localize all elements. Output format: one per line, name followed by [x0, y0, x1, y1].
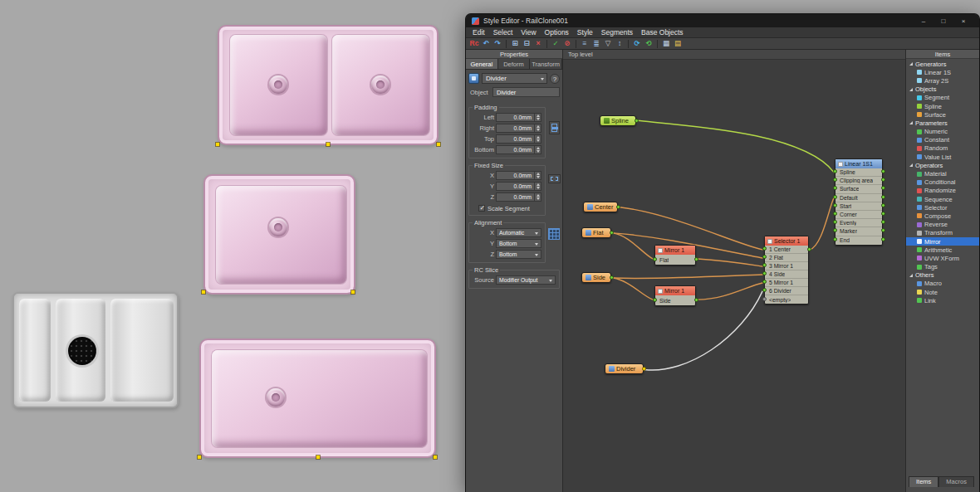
input-port-dot[interactable]: [762, 255, 767, 259]
maximize-button[interactable]: □: [933, 17, 953, 25]
value-spinner[interactable]: 0.0mm: [496, 145, 541, 154]
grid-icon[interactable]: ▦: [661, 39, 671, 49]
output-port-dot[interactable]: [635, 119, 639, 123]
items-tree-row[interactable]: Array 2S: [906, 76, 979, 85]
input-port-dot[interactable]: [653, 257, 657, 261]
output-port-dot[interactable]: [881, 228, 885, 232]
window-titlebar[interactable]: Style Editor - RailClone001 – □ ×: [466, 14, 979, 27]
items-tree-row[interactable]: Objects: [906, 85, 979, 94]
node-port[interactable]: Default: [835, 194, 882, 202]
items-tree-row[interactable]: Arithmetic: [906, 246, 979, 254]
vertex-marker[interactable]: [202, 290, 205, 294]
node-side[interactable]: Side: [581, 272, 611, 283]
input-port-dot[interactable]: [833, 212, 837, 216]
node-port[interactable]: Side: [655, 295, 695, 305]
input-port-dot[interactable]: [762, 263, 767, 267]
input-port-dot[interactable]: [762, 280, 767, 284]
vertex-marker[interactable]: [316, 455, 320, 459]
node-mirror-flat[interactable]: Mirror 1 Flat: [654, 245, 696, 265]
input-port-dot[interactable]: [833, 178, 837, 182]
value-spinner[interactable]: 0.0mm: [496, 124, 541, 133]
output-port-dot[interactable]: [694, 257, 698, 261]
object-field[interactable]: Divider: [492, 87, 560, 97]
redo-icon[interactable]: ↷: [492, 39, 502, 49]
spinner-arrows[interactable]: [534, 146, 541, 153]
arrange-icon[interactable]: ↕: [615, 39, 625, 49]
node-linear-generator[interactable]: Linear 1S1 Spline: [835, 158, 883, 246]
items-tree-row[interactable]: Linear 1S: [906, 68, 979, 76]
node-port[interactable]: 3 Mirror 1: [765, 262, 808, 270]
output-port-dot[interactable]: [881, 195, 885, 199]
minimize-button[interactable]: –: [914, 17, 933, 25]
spinner-arrows[interactable]: [534, 172, 541, 179]
node-port[interactable]: <empty>: [765, 295, 808, 304]
copy-icon[interactable]: ⊞: [510, 39, 520, 49]
node-center[interactable]: Center: [583, 202, 618, 212]
input-port-dot[interactable]: [762, 297, 767, 301]
input-port-dot[interactable]: [833, 228, 837, 232]
items-tree-row[interactable]: Value List: [906, 153, 979, 161]
delete-icon[interactable]: ×: [533, 39, 543, 49]
spinner-arrows[interactable]: [534, 114, 541, 121]
items-tree-row[interactable]: Material: [906, 169, 979, 178]
railclone-logo[interactable]: Rc: [469, 39, 479, 49]
auto-update-icon[interactable]: ⟲: [644, 39, 654, 49]
spinner-arrows[interactable]: [534, 124, 541, 132]
node-flat[interactable]: Flat: [581, 227, 611, 238]
items-tree-row[interactable]: Tags: [906, 263, 979, 271]
vertex-marker[interactable]: [216, 143, 219, 146]
refresh-icon[interactable]: ⟳: [632, 39, 642, 49]
library-icon[interactable]: ▤: [673, 39, 683, 49]
alignment-dropdown[interactable]: Automatic: [496, 228, 541, 237]
vertex-marker[interactable]: [198, 455, 201, 459]
single-bowl-sink-object[interactable]: [203, 174, 355, 295]
expand-tree-icon[interactable]: ≡: [580, 39, 590, 49]
node-port[interactable]: 6 Divider: [765, 287, 808, 295]
node-port[interactable]: Marker: [835, 227, 882, 236]
items-tree-row[interactable]: Selector: [906, 203, 979, 212]
node-port[interactable]: Surface: [835, 185, 882, 193]
node-header[interactable]: Selector 1: [765, 236, 808, 246]
panel-tab[interactable]: Items: [909, 476, 938, 487]
vertex-marker[interactable]: [351, 290, 355, 294]
value-spinner[interactable]: 0.0mm: [496, 113, 541, 122]
menu-item[interactable]: View: [517, 28, 540, 37]
value-spinner[interactable]: 0.0mm: [496, 192, 541, 202]
output-port-dot[interactable]: [610, 231, 614, 235]
discard-icon[interactable]: ⊘: [562, 39, 572, 49]
gray-sink-object[interactable]: [12, 292, 179, 408]
items-tree-row[interactable]: Note: [906, 288, 979, 296]
input-port-dot[interactable]: [762, 288, 767, 292]
input-port-dot[interactable]: [833, 203, 837, 207]
properties-tab[interactable]: Transform: [530, 59, 562, 69]
output-port-dot[interactable]: [881, 212, 885, 216]
alignment-grid-icon[interactable]: [548, 228, 560, 240]
list-view-icon[interactable]: ≣: [591, 39, 601, 49]
scale-segment-checkbox[interactable]: [478, 205, 485, 212]
items-tree-row[interactable]: Surface: [906, 110, 979, 119]
node-port[interactable]: 1 Center: [765, 246, 808, 254]
node-port[interactable]: End: [835, 236, 882, 245]
source-dropdown[interactable]: Modifier Output: [496, 275, 556, 285]
menu-item[interactable]: Base Objects: [637, 28, 688, 37]
close-button[interactable]: ×: [953, 17, 973, 25]
help-button[interactable]: ?: [550, 74, 560, 84]
node-mirror-side[interactable]: Mirror 1 Side: [654, 285, 696, 306]
node-port[interactable]: 4 Side: [765, 270, 808, 279]
items-tree-row[interactable]: Sequence: [906, 195, 979, 203]
node-header[interactable]: Linear 1S1: [835, 159, 882, 168]
items-tree-row[interactable]: UVW XForm: [906, 254, 979, 262]
items-tree-row[interactable]: Generators: [906, 60, 979, 68]
alignment-dropdown[interactable]: Bottom: [496, 250, 541, 259]
output-port-dot[interactable]: [881, 169, 885, 173]
items-tree-row[interactable]: Randomize: [906, 187, 979, 195]
double-bowl-sink-object[interactable]: [218, 25, 439, 145]
undo-icon[interactable]: ↶: [481, 39, 491, 49]
node-canvas[interactable]: Top level Spline: [563, 50, 905, 492]
alignment-dropdown[interactable]: Bottom: [496, 239, 541, 248]
items-tree-row[interactable]: Conditional: [906, 178, 979, 187]
items-tree-row[interactable]: Constant: [906, 136, 979, 144]
items-tree-row[interactable]: Macro: [906, 280, 979, 288]
input-port-dot[interactable]: [833, 169, 837, 173]
node-port[interactable]: Spline: [835, 168, 882, 177]
